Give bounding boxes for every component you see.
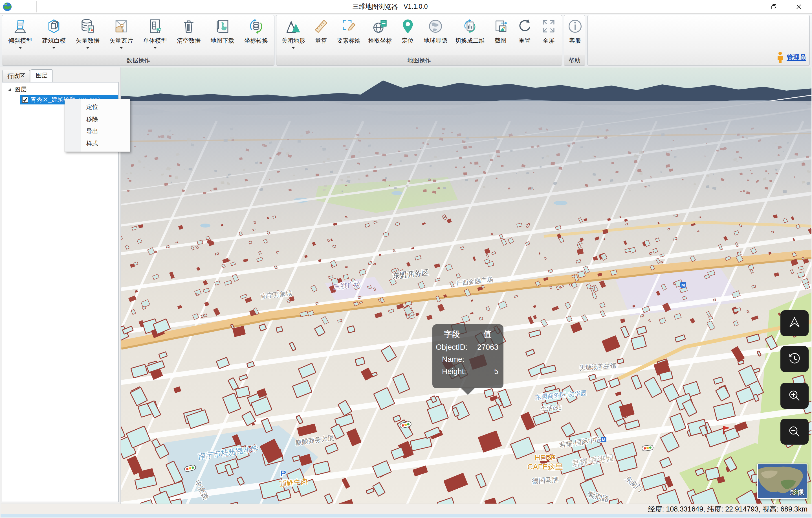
popup-pointer	[461, 388, 475, 395]
history-icon	[787, 351, 803, 367]
toolbar-button-label: 清空数据	[177, 37, 201, 45]
toolbar-button-globe-toggle[interactable]: 地球显隐	[422, 18, 449, 45]
dropdown-arrow-icon[interactable]	[52, 47, 56, 49]
dropdown-arrow-icon[interactable]	[86, 47, 89, 49]
context-menu-item[interactable]: 导出	[65, 125, 130, 137]
admin-user-link[interactable]: 管理员	[776, 51, 806, 63]
coord-convert-icon	[248, 18, 264, 35]
toolbar-button-label: 地球显隐	[424, 37, 447, 45]
tab-行政区[interactable]: 行政区	[3, 70, 30, 82]
fullscreen-icon	[541, 18, 557, 35]
metro-icon: M	[680, 282, 686, 288]
toolbar-button-label: 建筑白模	[42, 37, 66, 45]
restore-button[interactable]	[768, 2, 780, 11]
toolbar-button-label: 客服	[569, 37, 581, 45]
toolbar-button-label: 坐标转换	[244, 37, 268, 45]
zoom-in-icon	[787, 388, 803, 404]
map-label: HERE	[535, 454, 556, 462]
toolbar-button-label: 拾取坐标	[368, 37, 392, 45]
toolbar-button-info[interactable]: 客服	[565, 18, 585, 45]
basemap-label: 影像	[790, 487, 804, 497]
map-label: CAFE这里	[527, 463, 563, 471]
map-controls	[780, 310, 809, 455]
feature-info-popup: 字段 值 ObjectID:27063Name:Height:5	[432, 324, 503, 388]
popup-field: ObjectID:	[432, 343, 476, 352]
toolbar-button-measure[interactable]: 量算	[311, 18, 331, 45]
ribbon-toolbar: 倾斜模型建筑白模矢量数据矢量瓦片单体模型清空数据地图下载坐标转换数据操作关闭地形…	[0, 13, 812, 67]
window-title: 三维地图浏览器 - V1.1.0.0	[37, 2, 744, 11]
dropdown-arrow-icon[interactable]	[153, 47, 157, 49]
minimize-button[interactable]	[744, 2, 755, 11]
compass-button[interactable]	[780, 310, 809, 336]
map-viewport[interactable]: 东盟商务区三祺广场广西金融广场南宁万象城南宁市桂雅路小学中柬路麒麟商务大厦顶鲜牛…	[121, 67, 811, 503]
toolbar-button-map-download[interactable]: 地图下载	[209, 18, 236, 45]
tilt-model-icon	[12, 18, 28, 35]
context-menu-item[interactable]: 移除	[65, 113, 130, 125]
toolbar-button-white-model[interactable]: 建筑白模	[40, 18, 67, 49]
svg-text:M: M	[682, 282, 685, 288]
admin-user-label: 管理员	[787, 53, 806, 62]
window-bottom-edge	[1, 514, 811, 517]
toolbar-button-mono-model[interactable]: 单体模型	[142, 18, 169, 49]
ribbon-group-label: 帮助	[564, 55, 585, 65]
north-arrow-icon	[787, 315, 803, 331]
dropdown-arrow-icon[interactable]	[120, 47, 123, 49]
toolbar-button-label: 倾斜模型	[8, 37, 32, 45]
reset-icon	[516, 18, 533, 35]
context-menu-item[interactable]: 定位	[65, 101, 130, 113]
toolbar-button-label: 全屏	[543, 37, 554, 45]
dropdown-arrow-icon[interactable]	[292, 47, 295, 49]
popup-value-header: 值	[471, 329, 503, 339]
toolbar-button-fullscreen[interactable]: 全屏	[539, 18, 558, 45]
toolbar-button-terrain[interactable]: 关闭地形	[280, 18, 307, 49]
info-icon	[567, 18, 583, 35]
toolbar-button-pick-coord[interactable]: 拾取坐标	[367, 18, 394, 45]
view-history-button[interactable]	[780, 346, 809, 372]
tree-root-label: 图层	[14, 85, 27, 94]
toolbar-button-clear-data[interactable]: 清空数据	[175, 18, 202, 45]
white-model-icon	[46, 18, 62, 35]
toolbar-button-label: 要素标绘	[337, 37, 360, 45]
layer-checkbox[interactable]	[22, 97, 28, 103]
parking-icon: P	[280, 469, 286, 478]
tree-root-layers[interactable]: 图层	[2, 82, 118, 95]
toolbar-button-label: 量算	[315, 37, 327, 45]
vector-tile-icon	[113, 18, 129, 35]
toolbar-button-vector-data[interactable]: 矢量数据	[74, 18, 101, 49]
tab-图层[interactable]: 图层	[31, 70, 53, 82]
context-menu: 定位移除导出样式	[65, 99, 130, 152]
to-2d-icon	[462, 18, 478, 35]
measure-icon	[313, 18, 329, 35]
check-icon	[23, 98, 27, 102]
toolbar-button-coord-convert[interactable]: 坐标转换	[242, 18, 270, 45]
toolbar-button-label: 截图	[495, 37, 506, 45]
popup-row: Name:	[432, 355, 503, 364]
toolbar-button-screenshot[interactable]: 截图	[491, 18, 511, 45]
toolbar-button-plot[interactable]: 要素标绘	[335, 18, 362, 45]
basemap-switcher[interactable]: 影像	[757, 464, 808, 499]
popup-value: 5	[476, 367, 503, 376]
popup-value	[476, 355, 503, 364]
close-button[interactable]	[793, 2, 804, 11]
zoom-in-button[interactable]	[780, 383, 809, 409]
map-canvas[interactable]: 东盟商务区三祺广场广西金融广场南宁万象城南宁市桂雅路小学中柬路麒麟商务大厦顶鲜牛…	[121, 67, 811, 503]
toolbar-button-label: 切换成二维	[455, 37, 485, 45]
screenshot-icon	[492, 18, 509, 35]
context-menu-item[interactable]: 样式	[65, 137, 130, 149]
ribbon-group-1: 倾斜模型建筑白模矢量数据矢量瓦片单体模型清空数据地图下载坐标转换数据操作	[2, 15, 274, 66]
zoom-out-button[interactable]	[780, 419, 809, 445]
toolbar-button-label: 矢量数据	[76, 37, 99, 45]
popup-row: Height:5	[432, 367, 503, 376]
toolbar-button-to-2d[interactable]: 切换成二维	[453, 18, 486, 45]
toolbar-button-vector-tile[interactable]: 矢量瓦片	[108, 18, 135, 49]
toolbar-button-reset[interactable]: 重置	[515, 18, 534, 45]
toolbar-button-tilt-model[interactable]: 倾斜模型	[7, 18, 34, 49]
zoom-out-icon	[787, 424, 803, 439]
app-window: 三维地图浏览器 - V1.1.0.0 倾斜模型建筑白模矢量数据矢量瓦片单体模型清…	[0, 0, 812, 518]
toolbar-button-locate[interactable]: 定位	[398, 18, 418, 45]
terrain-icon	[285, 18, 301, 35]
globe-toggle-icon	[427, 18, 444, 35]
toolbar-button-label: 定位	[402, 37, 414, 45]
tree-expander-icon[interactable]	[7, 87, 11, 92]
dropdown-arrow-icon[interactable]	[19, 47, 22, 49]
